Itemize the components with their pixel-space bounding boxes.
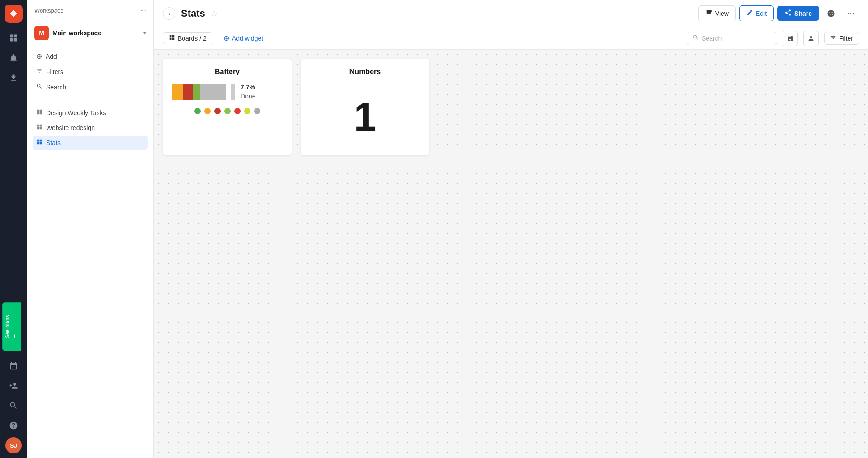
battery-status: Done [241,92,255,101]
legend-dot-orange [204,108,211,114]
top-bar: ‹ Stats ☆ View Edit Share [154,0,868,27]
view-icon [705,9,712,18]
search-input[interactable] [702,35,771,42]
battery-cap [231,84,235,100]
nav-download-icon[interactable] [5,70,22,86]
view-label: View [715,10,729,17]
add-label: Add [46,53,57,60]
legend-dot-lime [224,108,231,114]
sidebar-item-label: Stats [46,139,61,146]
sidebar-item-stats[interactable]: Stats [33,136,148,150]
search-icon [36,83,42,91]
dashboard: Battery 7.7% Done [154,50,868,458]
edit-icon [746,9,753,18]
battery-widget: Battery 7.7% Done [163,59,292,155]
nav-search-icon[interactable] [5,397,22,414]
share-icon [784,9,792,18]
filter-icon [830,34,836,42]
battery-bar [172,84,226,100]
boards-badge[interactable]: Boards / 2 [163,32,212,44]
sidebar-add-button[interactable]: ⊕ Add [33,49,148,64]
workspace-name: Main workspace [52,29,140,37]
add-widget-label: Add widget [232,35,263,42]
stats-icon [36,139,42,146]
add-icon: ⊕ [36,52,42,61]
sidebar-item-label: Design Weekly Tasks [46,109,106,117]
sidebar-header: Workspace ··· [27,0,153,21]
edit-label: Edit [756,10,767,17]
more-options-button[interactable]: ··· [843,5,859,22]
main-content: ‹ Stats ☆ View Edit Share [154,0,868,458]
sidebar-search-button[interactable]: Search [33,80,148,94]
search-icon [693,34,699,42]
nav-bar: See plans + SJ [0,0,27,458]
reactions-button[interactable] [823,5,839,22]
save-view-button[interactable] [783,31,798,46]
person-filter-button[interactable] [803,31,819,46]
battery-value: 7.7% Done [241,83,255,101]
legend-dot-green [194,108,201,114]
add-widget-icon: ⊕ [223,34,229,42]
top-bar-actions: View Edit Share ··· [698,5,859,22]
workspace-chevron-icon: ▾ [143,30,146,36]
battery-segment-green [193,84,200,100]
sidebar: Workspace ··· M Main workspace ▾ ⊕ Add F… [27,0,154,458]
numbers-widget-title: Numbers [310,68,420,76]
nav-calendar-icon[interactable] [5,358,22,374]
battery-chart: 7.7% Done [172,83,283,101]
filters-label: Filters [46,68,63,75]
legend-dot-yellow [244,108,250,114]
sidebar-item-design-weekly[interactable]: Design Weekly Tasks [33,106,148,120]
sidebar-divider [34,100,146,100]
board-icon [36,124,42,131]
add-widget-button[interactable]: ⊕ Add widget [218,32,269,44]
search-box[interactable] [687,32,777,45]
filter-button[interactable]: Filter [824,32,859,45]
nav-bell-icon[interactable] [5,50,22,66]
sidebar-item-website-redesign[interactable]: Website redesign [33,121,148,135]
sidebar-actions: ⊕ Add Filters Search [27,45,153,98]
nav-help-icon[interactable] [5,417,22,434]
sidebar-filters-button[interactable]: Filters [33,65,148,79]
battery-segment-gray [200,84,226,100]
battery-widget-title: Battery [172,68,283,76]
share-button[interactable]: Share [777,6,819,21]
filter-label: Filter [839,35,853,42]
workspace-icon: M [34,26,49,40]
legend-dot-red [234,108,241,114]
sidebar-item-label: Website redesign [46,124,95,131]
nav-home-icon[interactable] [5,30,22,46]
workspace-selector[interactable]: M Main workspace ▾ [27,21,153,45]
sidebar-header-title: Workspace [34,7,64,14]
search-label: Search [46,84,66,91]
sidebar-nav-items: Design Weekly Tasks Website redesign Sta… [27,102,153,153]
legend-dot-gray [254,108,260,114]
battery-segment-red [183,84,193,100]
legend-dot-dark-red [214,108,221,114]
filters-icon [36,68,42,76]
widgets-row: Battery 7.7% Done [163,59,859,155]
battery-percent: 7.7% [241,83,255,92]
sub-bar: Boards / 2 ⊕ Add widget Filter [154,27,868,50]
see-plans-button[interactable]: See plans + [2,302,21,351]
page-title: Stats [181,8,205,19]
collapse-sidebar-button[interactable]: ‹ [163,7,175,20]
board-icon [36,109,42,117]
user-avatar[interactable]: SJ [5,437,22,453]
boards-icon [169,34,175,42]
sidebar-more-button[interactable]: ··· [140,6,146,14]
boards-label: Boards / 2 [178,35,207,42]
view-button[interactable]: View [698,5,736,21]
app-logo[interactable] [5,5,23,23]
nav-people-icon[interactable] [5,378,22,394]
battery-segment-orange [172,84,183,100]
share-label: Share [794,10,812,17]
battery-legend [172,108,283,114]
favorite-star-icon[interactable]: ☆ [211,9,218,19]
edit-button[interactable]: Edit [739,5,774,21]
numbers-widget: Numbers 1 [301,59,429,155]
numbers-value: 1 [310,83,420,146]
